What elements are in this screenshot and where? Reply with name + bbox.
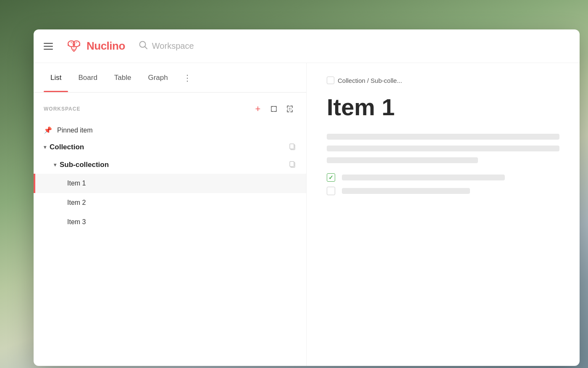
content-line-3 [327, 157, 478, 163]
svg-point-3 [71, 42, 72, 43]
tab-more-button[interactable]: ⋮ [180, 69, 195, 86]
sub-collection-left: ▾ Sub-collection [54, 161, 109, 169]
search-area[interactable]: Workspace [139, 40, 194, 52]
collection-chevron-icon: ▾ [44, 144, 46, 150]
pin-icon: 📌 [44, 126, 52, 134]
sub-collection-row[interactable]: ▾ Sub-collection [34, 156, 306, 174]
checkbox-2[interactable] [327, 187, 335, 195]
checklist-item-1: ✓ [327, 173, 559, 182]
collection-label: Collection [50, 143, 84, 151]
logo: Nuclino [66, 39, 125, 54]
svg-rect-10 [290, 161, 294, 167]
expand-button[interactable] [268, 103, 280, 115]
tab-board[interactable]: Board [71, 70, 104, 85]
collection-row[interactable]: ▾ Collection [34, 138, 306, 156]
breadcrumb-checkbox[interactable] [327, 77, 334, 84]
content-line-2 [327, 146, 559, 151]
checkmark-icon: ✓ [328, 174, 333, 181]
breadcrumb: Collection / Sub-colle... [327, 77, 559, 84]
body: List Board Table Graph ⋮ WORKSPACE + [34, 63, 580, 366]
sub-collection-chevron-icon: ▾ [54, 162, 56, 168]
collection-left: ▾ Collection [44, 143, 84, 151]
sidebar: List Board Table Graph ⋮ WORKSPACE + [34, 63, 307, 366]
search-icon [139, 40, 148, 52]
collection-copy-icon[interactable] [289, 143, 296, 152]
sidebar-content: WORKSPACE + [34, 93, 306, 366]
checklist-item-2 [327, 187, 559, 195]
list-item-2[interactable]: Item 2 [34, 193, 306, 212]
logo-text: Nuclino [87, 40, 125, 53]
checklist-section: ✓ [327, 173, 559, 195]
add-item-button[interactable]: + [252, 103, 264, 115]
content-line-1 [327, 134, 559, 140]
svg-line-6 [144, 47, 147, 49]
app-container: Nuclino Workspace List Board Table Graph… [34, 29, 580, 366]
sub-collection-label: Sub-collection [60, 161, 109, 169]
sub-collection-copy-icon[interactable] [289, 160, 296, 169]
list-item-3[interactable]: Item 3 [34, 212, 306, 232]
content-placeholder [327, 134, 559, 163]
header: Nuclino Workspace [34, 29, 580, 63]
tab-table[interactable]: Table [108, 70, 138, 85]
brain-icon [66, 39, 82, 54]
tabs-bar: List Board Table Graph ⋮ [34, 63, 306, 93]
main-content: Collection / Sub-colle... Item 1 ✓ [307, 63, 580, 366]
list-item-1[interactable]: Item 1 [34, 174, 306, 193]
pinned-item-label: Pinned item [57, 127, 93, 134]
workspace-header: WORKSPACE + [34, 99, 306, 122]
breadcrumb-text: Collection / Sub-colle... [338, 77, 402, 84]
workspace-actions: + [252, 103, 296, 115]
page-title: Item 1 [327, 94, 559, 120]
checkbox-1[interactable]: ✓ [327, 173, 335, 182]
tab-graph[interactable]: Graph [141, 70, 174, 85]
checklist-line-2 [342, 188, 470, 194]
pinned-item[interactable]: 📌 Pinned item [34, 122, 306, 138]
tab-list[interactable]: List [44, 70, 68, 85]
workspace-label: WORKSPACE [44, 106, 80, 112]
menu-button[interactable] [44, 39, 59, 54]
collapse-button[interactable] [284, 103, 296, 115]
checklist-line-1 [342, 175, 505, 180]
svg-point-4 [76, 42, 77, 43]
svg-rect-8 [290, 144, 294, 149]
search-placeholder: Workspace [152, 41, 194, 51]
